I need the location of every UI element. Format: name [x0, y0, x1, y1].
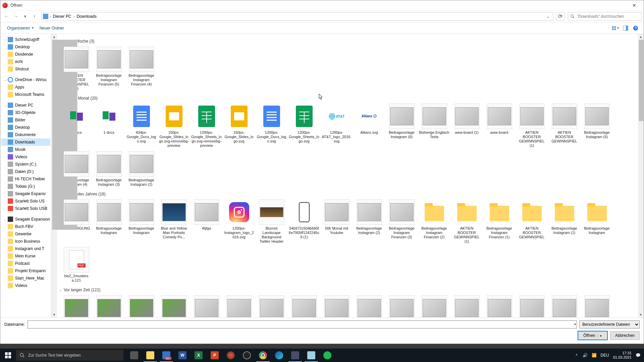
file-item[interactable]: Beitragsvorlage Instagram Finanzen (2) [418, 198, 450, 245]
chrome-app[interactable] [255, 349, 271, 362]
file-item[interactable]: 150px-Google_Slides_logo.svg [223, 102, 255, 149]
back-button[interactable]: ← [2, 12, 10, 20]
powerpoint-app[interactable]: P [207, 349, 223, 362]
recent-dropdown[interactable]: ▼ [21, 12, 29, 20]
file-item[interactable]: Ausgaben Statstik 1 [353, 294, 385, 317]
spotify-app[interactable] [319, 349, 335, 362]
tree-item[interactable]: Projekt Entspann [1, 267, 50, 275]
cancel-button[interactable]: Abbrechen [610, 331, 640, 340]
file-item[interactable]: Beitragsvorlage Instagram [581, 198, 613, 245]
file-item[interactable]: aww-board [483, 102, 515, 149]
tree-item[interactable]: Icon Business [1, 238, 50, 245]
file-item[interactable]: 54b972c504b660f6e7905ff1242245c9 (1) [288, 198, 320, 245]
filename-input[interactable] [28, 320, 577, 328]
file-item[interactable]: Beitragsvorlage Instagram Finanzen (4) [125, 45, 157, 92]
file-item[interactable]: Ausgaben Student WU Rechnung [386, 294, 418, 317]
tree-item[interactable]: Shotcut [1, 65, 50, 73]
tree-item[interactable]: Videos [1, 282, 50, 289]
tree-item[interactable]: Gewerbe [1, 230, 50, 238]
obs-app[interactable] [239, 349, 255, 362]
edge-app[interactable]: 99+ [158, 349, 174, 362]
file-item[interactable]: Bild für Thumbnail 2 [93, 294, 125, 317]
file-item[interactable]: Ausgaben Statstik 4 [191, 294, 222, 317]
file-item[interactable]: AKTIEN BOOSTER GEWINNSPIEL (1) [451, 198, 483, 245]
crumb-downloads[interactable]: Downloads [75, 14, 99, 19]
file-item[interactable]: 20% (1) [581, 294, 613, 317]
tree-item[interactable]: ⌄Schnellzugriff [1, 36, 50, 43]
tree-item[interactable]: Desktop [1, 124, 50, 131]
tree-item[interactable]: Instagram und T [1, 245, 50, 252]
file-item[interactable]: aww-board (1) [451, 102, 483, 149]
tree-item[interactable]: echt [1, 58, 50, 65]
tree-item[interactable]: System (C:) [1, 161, 50, 168]
file-item[interactable]: Beitragsvorlage Instagram Finanzen (1) [483, 198, 515, 245]
file-item[interactable]: AT&T1280px-AT&T_logo_2016.svg [321, 102, 353, 149]
tree-item[interactable]: Apps [1, 83, 50, 91]
organize-button[interactable]: Organisieren ▼ [4, 24, 37, 32]
tree-item[interactable]: Scarlett Solo US [1, 197, 50, 205]
file-item[interactable]: Bild für Thumbnail 1 [125, 294, 157, 317]
group-header[interactable]: ⌄Vor langer Zeit (122) [59, 286, 636, 294]
file-item[interactable]: 1200px-Google_Docs_logo.svg [256, 102, 287, 149]
system-tray[interactable]: ＾ 🔊 📶 DEU 17:3101.03.2021 💬 [571, 351, 644, 360]
tree-item[interactable]: Microsoft Teams [1, 91, 50, 98]
tree-item[interactable]: Seagate Expansi [1, 190, 50, 197]
file-item[interactable]: 1 docs [93, 102, 125, 149]
main-scrollbar[interactable]: ▲▼ [638, 34, 644, 317]
file-item[interactable]: Aktienkäufe 2 [548, 294, 580, 317]
file-item[interactable]: ANKÜNDIGUNG [60, 198, 92, 245]
group-header[interactable]: ⌄Letzte Woche (3) [59, 37, 636, 45]
tree-item[interactable]: ⌄Dieser PC [1, 102, 50, 109]
file-item[interactable]: Bild für Thumbnail 3 [60, 294, 92, 317]
file-item[interactable]: 4tjfga [191, 198, 222, 245]
file-item[interactable]: Blue and Yellow Man Portraits Comedy Po.… [158, 198, 190, 245]
file-item[interactable]: Beitragsvorlage Instagram [93, 198, 125, 245]
file-item[interactable]: Beitragsvorlage Instagram (3) [93, 150, 125, 188]
taskbar-search[interactable]: Zur Suche Text hier eingeben [16, 350, 123, 361]
file-item[interactable]: 434px-Google_Docs_logo.svg [125, 102, 157, 149]
taskview-button[interactable] [126, 349, 142, 362]
explorer-app[interactable] [142, 349, 158, 362]
new-folder-button[interactable]: Neuer Ordner [37, 24, 67, 32]
tree-item[interactable]: Musik [1, 146, 50, 153]
tree-item[interactable]: Scarlett Solo USB [1, 205, 50, 212]
tray-chevron-icon[interactable]: ＾ [575, 353, 579, 358]
file-item[interactable]: Ausgaben alles 1 [256, 294, 287, 317]
lang-indicator[interactable]: DEU [601, 353, 609, 358]
tree-item[interactable]: Mein Kurse [1, 252, 50, 260]
file-item[interactable]: Aktienkäufe 3 [483, 294, 515, 317]
notepad-app[interactable] [303, 349, 319, 362]
file-item[interactable]: 1200px-Google_Sheets_logo.svg-removebg-p… [191, 102, 222, 149]
file-item[interactable]: Beitragsvorlage Instagram Finanzen (3) [386, 198, 418, 245]
open-button[interactable]: Öffnen ▼ [578, 331, 607, 340]
up-button[interactable]: ↑ [31, 12, 39, 20]
start-button[interactable] [0, 349, 16, 362]
file-item[interactable]: Beitragsvorlage Instagram Finanzen (5) [93, 45, 125, 92]
group-header[interactable]: ⌄Letzten Monat (20) [59, 94, 636, 102]
file-item[interactable]: AKTIEN BOOSTER GEWINNSPIEL [548, 102, 580, 149]
tree-item[interactable]: Desktop [1, 43, 50, 51]
file-item[interactable]: 50k Monat mit Youtube [321, 198, 353, 245]
file-item[interactable]: Beitragsvorlage Instagram (2) [353, 198, 385, 245]
breadcrumb[interactable]: › Dieser PC › Downloads ⌄ [41, 12, 553, 21]
help-button[interactable]: ? [632, 24, 640, 32]
file-item[interactable]: Beitragsvorlage Instagram (6) [386, 102, 418, 149]
file-item[interactable]: Aktienkäufe_Bild-removebg-preview [418, 294, 450, 317]
tree-item[interactable]: Buch FBV [1, 223, 50, 230]
file-item[interactable]: Ansage an Thomas von Finanzfluss [158, 294, 190, 317]
tree-item[interactable]: ⌄OneDrive - Wirtsc [1, 76, 50, 83]
search-box[interactable] [568, 12, 642, 21]
file-item[interactable]: AKTIEN BOOSTER GEWINNSPIEL [516, 198, 548, 245]
file-item[interactable]: Blurred Landscape Background Twitter Hea… [256, 198, 287, 245]
search-input[interactable] [577, 14, 639, 19]
file-item[interactable]: Bisherige Englisch Tests [418, 102, 450, 149]
tree-item[interactable]: Bilder [1, 116, 50, 124]
file-item[interactable]: Beitragsvorlage Instagram (2) [125, 150, 157, 188]
file-item[interactable]: Aktienkäufe Bild [451, 294, 483, 317]
tree-item[interactable]: Downloads [1, 138, 50, 146]
tree-item[interactable]: 3D-Objekte [1, 109, 50, 116]
excel-app[interactable]: X [191, 349, 207, 362]
notifications-icon[interactable]: 💬 [636, 353, 641, 358]
tree-item[interactable]: Dokumente [1, 131, 50, 138]
tree-item[interactable]: Daten (D:) [1, 168, 50, 175]
